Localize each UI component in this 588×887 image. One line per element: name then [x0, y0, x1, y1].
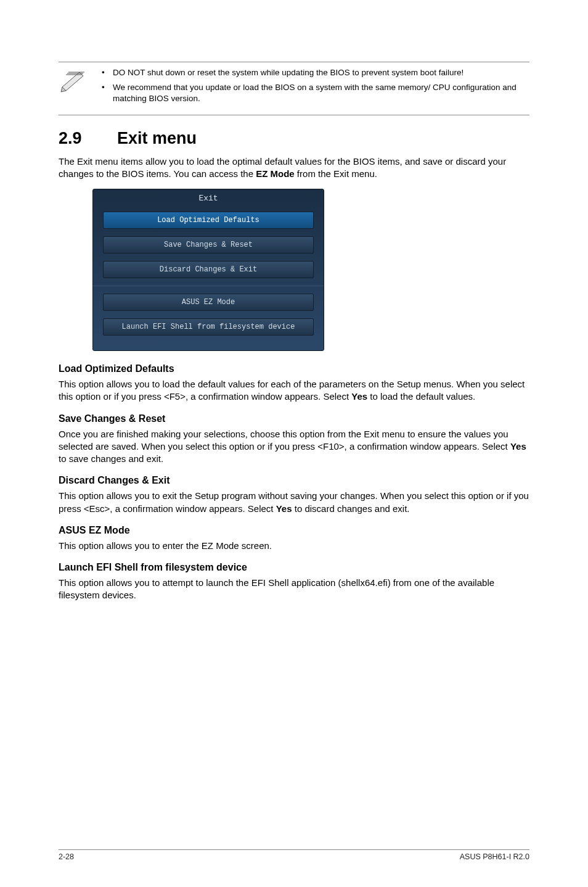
bullet-icon: •: [102, 67, 113, 78]
page-footer: 2-28 ASUS P8H61-I R2.0: [59, 849, 529, 861]
sub-body-scr: Once you are finished making your select…: [59, 428, 529, 466]
note-content: • DO NOT shut down or reset the system w…: [102, 67, 529, 109]
sub-body-lod: This option allows you to load the defau…: [59, 378, 529, 403]
scr-bold: Yes: [510, 441, 526, 452]
bios-title: Exit: [100, 191, 316, 209]
bios-btn-load-defaults: Load Optimized Defaults: [103, 212, 314, 229]
scr-pre: Once you are finished making your select…: [59, 429, 510, 452]
bios-btn-discard-exit: Discard Changes & Exit: [103, 261, 314, 278]
bios-separator: [93, 286, 324, 286]
bios-btn-save-reset: Save Changes & Reset: [103, 236, 314, 254]
sub-heading-dce: Discard Changes & Exit: [59, 475, 529, 486]
dce-post: to discard changes and exit.: [292, 503, 410, 514]
bios-btn-ez-mode: ASUS EZ Mode: [103, 294, 314, 311]
note-text-1: DO NOT shut down or reset the system whi…: [113, 67, 463, 78]
note-text-2: We recommend that you update or load the…: [113, 82, 529, 104]
footer-page-number: 2-28: [59, 852, 74, 861]
note-box: • DO NOT shut down or reset the system w…: [59, 62, 529, 115]
bios-exit-screenshot: Exit Load Optimized Defaults Save Change…: [92, 189, 324, 351]
bios-btn-launch-efi: Launch EFI Shell from filesystem device: [103, 318, 314, 336]
section-heading: 2.9Exit menu: [59, 129, 529, 148]
section-title-text: Exit menu: [117, 129, 197, 147]
scr-post: to save changes and exit.: [59, 453, 163, 464]
intro-post: from the Exit menu.: [295, 168, 377, 179]
bullet-icon: •: [102, 82, 113, 104]
section-intro: The Exit menu items allow you to load th…: [59, 155, 529, 181]
lod-bold: Yes: [351, 391, 367, 402]
dce-bold: Yes: [276, 503, 292, 514]
sub-body-ez: This option allows you to enter the EZ M…: [59, 540, 529, 552]
sub-body-dce: This option allows you to exit the Setup…: [59, 490, 529, 515]
sub-heading-scr: Save Changes & Reset: [59, 413, 529, 424]
section-number: 2.9: [59, 129, 117, 148]
pencil-note-icon: [59, 67, 102, 96]
sub-heading-ez: ASUS EZ Mode: [59, 525, 529, 536]
sub-heading-efi: Launch EFI Shell from filesystem device: [59, 562, 529, 573]
intro-bold: EZ Mode: [256, 168, 295, 179]
lod-post: to load the default values.: [367, 391, 475, 402]
sub-body-efi: This option allows you to attempt to lau…: [59, 577, 529, 602]
sub-heading-lod: Load Optimized Defaults: [59, 363, 529, 374]
footer-product: ASUS P8H61-I R2.0: [460, 852, 529, 861]
